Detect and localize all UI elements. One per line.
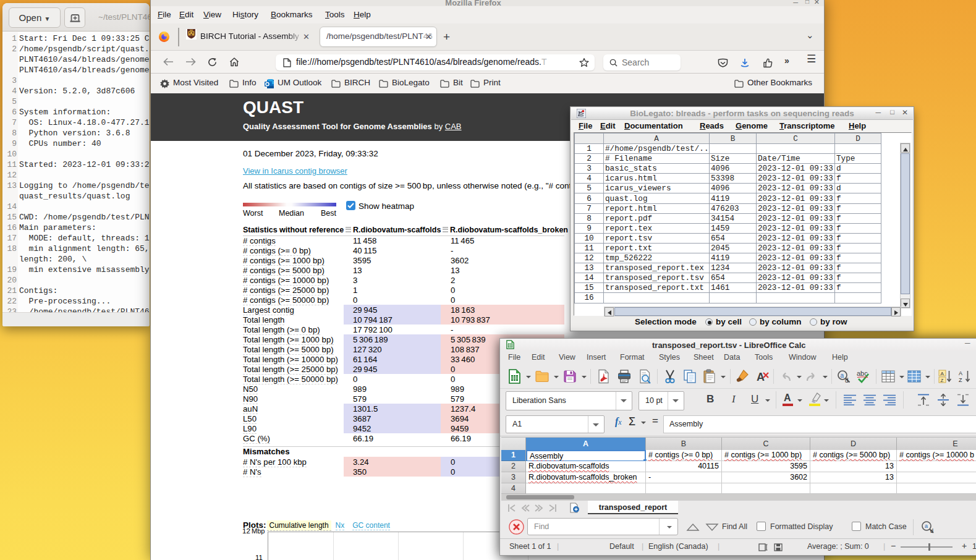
svg-text:a: a xyxy=(841,372,844,379)
svg-text:a: a xyxy=(925,523,928,529)
svg-text:A: A xyxy=(941,371,944,376)
svg-text:A: A xyxy=(959,370,962,376)
svg-text:Z: Z xyxy=(959,377,962,383)
svg-text:d: d xyxy=(930,528,933,534)
svg-text:d: d xyxy=(845,377,849,384)
svg-text:Z: Z xyxy=(941,378,944,383)
